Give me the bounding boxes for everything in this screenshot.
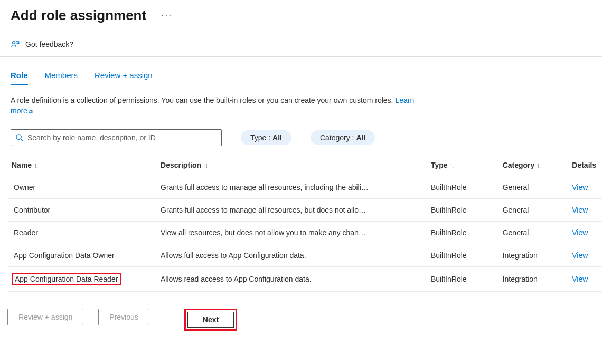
- tab-members[interactable]: Members: [45, 71, 78, 85]
- sort-icon: ↑↓: [34, 162, 37, 169]
- view-link[interactable]: View: [572, 228, 588, 237]
- col-header-type[interactable]: Type↑↓: [428, 156, 500, 176]
- cell-category: General: [500, 198, 569, 221]
- feedback-link[interactable]: Got feedback?: [0, 24, 602, 57]
- cell-details: View: [569, 221, 602, 244]
- search-icon: [15, 133, 23, 141]
- review-assign-button[interactable]: Review + assign: [7, 309, 83, 325]
- sort-icon: ↑↓: [537, 162, 540, 169]
- cell-name: Owner: [8, 176, 157, 198]
- cell-type: BuiltInRole: [428, 244, 500, 266]
- cell-details: View: [569, 266, 602, 291]
- table-row[interactable]: ReaderView all resources, but does not a…: [8, 221, 602, 244]
- feedback-label: Got feedback?: [25, 40, 73, 49]
- sort-icon: ↑↓: [203, 162, 206, 169]
- table-row[interactable]: OwnerGrants full access to manage all re…: [8, 176, 602, 198]
- svg-point-0: [13, 42, 15, 44]
- external-link-icon: ⧉: [29, 108, 33, 114]
- cell-name: App Configuration Data Owner: [8, 244, 157, 266]
- filter-type[interactable]: Type : All: [241, 130, 291, 145]
- view-link[interactable]: View: [572, 206, 588, 214]
- col-header-name[interactable]: Name↑↓: [8, 156, 157, 176]
- intro-text: A role definition is a collection of per…: [0, 85, 444, 117]
- cell-category: General: [500, 176, 569, 198]
- cell-name: Reader: [8, 221, 157, 244]
- cell-type: BuiltInRole: [428, 266, 500, 291]
- view-link[interactable]: View: [572, 183, 588, 191]
- cell-category: Integration: [500, 266, 569, 291]
- tabs: Role Members Review + assign: [0, 57, 602, 85]
- cell-category: Integration: [500, 244, 569, 266]
- cell-name: App Configuration Data Reader: [8, 266, 157, 291]
- more-icon[interactable]: ···: [161, 10, 172, 21]
- cell-type: BuiltInRole: [428, 221, 500, 244]
- cell-type: BuiltInRole: [428, 176, 500, 198]
- tab-role[interactable]: Role: [11, 71, 28, 85]
- cell-description: Allows full access to App Configuration …: [157, 244, 428, 266]
- view-link[interactable]: View: [572, 251, 588, 260]
- filter-category[interactable]: Category : All: [311, 130, 375, 145]
- cell-details: View: [569, 198, 602, 221]
- cell-details: View: [569, 244, 602, 266]
- col-header-description[interactable]: Description↑↓: [157, 156, 428, 176]
- next-button-highlight: Next: [184, 309, 237, 331]
- search-input[interactable]: [26, 133, 217, 142]
- next-button[interactable]: Next: [187, 312, 234, 328]
- cell-description: Grants full access to manage all resourc…: [157, 176, 428, 198]
- table-row[interactable]: ContributorGrants full access to manage …: [8, 198, 602, 221]
- table-row[interactable]: App Configuration Data ReaderAllows read…: [8, 266, 602, 291]
- cell-details: View: [569, 176, 602, 198]
- cell-name: Contributor: [8, 198, 157, 221]
- cell-description: Grants full access to manage all resourc…: [157, 198, 428, 221]
- svg-point-1: [16, 135, 21, 139]
- person-feedback-icon: [11, 40, 20, 49]
- page-title: Add role assignment: [11, 7, 146, 24]
- cell-description: Allows read access to App Configuration …: [157, 266, 428, 291]
- tab-review-assign[interactable]: Review + assign: [95, 71, 153, 85]
- svg-line-2: [21, 139, 23, 141]
- col-header-category[interactable]: Category↑↓: [500, 156, 569, 176]
- cell-category: General: [500, 221, 569, 244]
- search-box[interactable]: [11, 129, 222, 146]
- sort-icon: ↑↓: [450, 162, 453, 169]
- roles-table: Name↑↓ Description↑↓ Type↑↓ Category↑↓ D…: [8, 156, 602, 292]
- previous-button[interactable]: Previous: [98, 309, 149, 325]
- cell-description: View all resources, but does not allow y…: [157, 221, 428, 244]
- col-header-details: Details: [569, 156, 602, 176]
- view-link[interactable]: View: [572, 275, 588, 283]
- cell-type: BuiltInRole: [428, 198, 500, 221]
- table-row[interactable]: App Configuration Data OwnerAllows full …: [8, 244, 602, 266]
